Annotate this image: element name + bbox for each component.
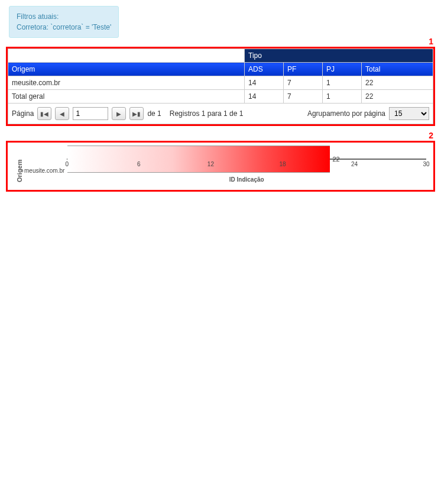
cell-total: 22	[362, 90, 433, 104]
pager-registros: Registros 1 para 1 de 1	[170, 109, 244, 118]
chart-body: Origem meusite.com.br 22 0612182430 ID I…	[15, 159, 426, 183]
y-ticks: meusite.com.br	[24, 159, 67, 183]
pager-agrupamento: Agrupamento por página	[307, 109, 385, 118]
page-input[interactable]	[73, 107, 108, 120]
cell-total: 22	[362, 76, 433, 90]
x-tick-label: 30	[423, 161, 429, 167]
last-page-button[interactable]: ▶▮	[129, 107, 144, 120]
x-axis: 0612182430	[67, 160, 426, 174]
cell-ads: 14	[245, 90, 284, 104]
active-filters-box: Filtros atuais: Corretora: `corretora` =…	[9, 6, 119, 38]
per-page-select[interactable]: 15	[389, 107, 429, 120]
data-table: Tipo Origem ADS PF PJ Total meusite.com.…	[8, 49, 433, 104]
chart-ylabel: Origem	[15, 159, 24, 183]
annotation-label-2: 2	[429, 131, 433, 140]
cell-origem: meusite.com.br	[8, 76, 245, 90]
x-tick-label: 18	[279, 161, 286, 167]
cell-origem: Total geral	[8, 90, 245, 104]
cell-pj: 1	[323, 76, 362, 90]
x-tick-label: 0	[66, 161, 69, 167]
next-page-button[interactable]: ▶	[112, 107, 126, 120]
chart-xlabel: ID Indicação	[67, 176, 426, 183]
prev-page-button[interactable]: ◀	[55, 107, 69, 120]
col-pf[interactable]: PF	[284, 63, 323, 76]
first-page-icon: ▮◀	[40, 111, 48, 117]
filter-title: Filtros atuais:	[17, 11, 111, 22]
col-origem[interactable]: Origem	[8, 63, 245, 76]
col-ads[interactable]: ADS	[245, 63, 284, 76]
cell-pf: 7	[284, 76, 323, 90]
next-page-icon: ▶	[116, 111, 121, 117]
cell-ads: 14	[245, 76, 284, 90]
col-total[interactable]: Total	[362, 63, 433, 76]
pager-de: de 1	[147, 109, 161, 118]
last-page-icon: ▶▮	[132, 111, 141, 117]
y-tick-label: meusite.com.br	[24, 167, 64, 174]
x-tick-label: 24	[351, 161, 358, 167]
filter-line: Corretora: `corretora` = 'Teste'	[17, 22, 111, 33]
header-tipo: Tipo	[245, 49, 433, 63]
header-empty	[8, 49, 245, 63]
cell-pf: 7	[284, 90, 323, 104]
pager-label-pagina: Página	[12, 109, 34, 118]
table-annotation-box: 1 Tipo Origem ADS PF PJ Total meusite.co…	[6, 47, 435, 126]
cell-pj: 1	[323, 90, 362, 104]
x-tick-label: 6	[137, 161, 141, 167]
first-page-button[interactable]: ▮◀	[37, 107, 51, 120]
prev-page-icon: ◀	[60, 111, 64, 117]
pager: Página ▮◀ ◀ ▶ ▶▮ de 1 Registros 1 para 1…	[8, 104, 433, 124]
col-pj[interactable]: PJ	[323, 63, 362, 76]
x-tick-label: 12	[207, 161, 214, 167]
table-row: meusite.com.br 14 7 1 22	[8, 76, 433, 90]
chart-annotation-box: 2 Origem Origem meusite.com.br 22 061218…	[6, 141, 435, 192]
annotation-label-1: 1	[429, 37, 433, 46]
table-row: Total geral 14 7 1 22	[8, 90, 433, 104]
